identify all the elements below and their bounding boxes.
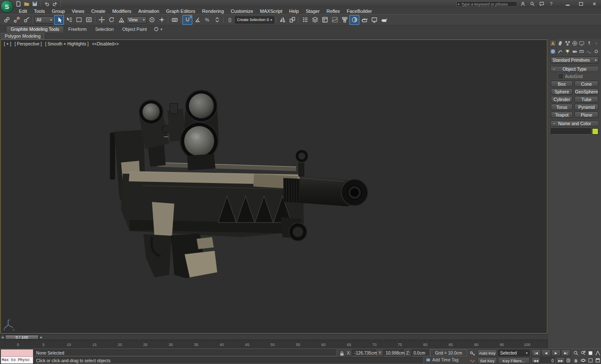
- object-name-input[interactable]: [551, 128, 591, 135]
- maximize-button[interactable]: [574, 0, 588, 8]
- lights-category-button[interactable]: [564, 48, 571, 55]
- spinner-snap-toggle[interactable]: [212, 15, 222, 25]
- listener-field[interactable]: Max to Physc: [1, 357, 33, 364]
- time-slider-handle[interactable]: 0 / 100: [5, 335, 39, 340]
- current-frame-field[interactable]: 0: [540, 357, 556, 364]
- zoom-extents-button[interactable]: [587, 349, 594, 356]
- search-arrow-icon[interactable]: ▸: [458, 2, 460, 6]
- motion-tab[interactable]: [571, 40, 578, 47]
- toggle-scene-explorer-button[interactable]: [300, 15, 310, 25]
- play-button[interactable]: ▶: [551, 349, 561, 356]
- select-by-name-button[interactable]: [64, 15, 74, 25]
- mirror-button[interactable]: [277, 15, 287, 25]
- modify-tab[interactable]: [557, 40, 564, 47]
- macro-recorder-field[interactable]: [1, 349, 33, 357]
- pan-button[interactable]: [572, 357, 579, 364]
- zoom-all-button[interactable]: [580, 349, 586, 356]
- menu-item[interactable]: Edit: [15, 9, 30, 14]
- select-and-rotate-button[interactable]: [106, 15, 116, 25]
- hierarchy-tab[interactable]: [564, 40, 571, 47]
- curve-editor-button[interactable]: [330, 15, 340, 25]
- window-crossing-toggle[interactable]: [84, 15, 94, 25]
- open-file-button[interactable]: [23, 0, 30, 7]
- toggle-ribbon-button[interactable]: [320, 15, 330, 25]
- viewport-menu-general[interactable]: [ + ]: [4, 42, 11, 46]
- polygon-modeling-panel-tab[interactable]: Polygon Modeling: [1, 33, 44, 39]
- menu-item[interactable]: Stager: [302, 9, 323, 14]
- time-slider-next-button[interactable]: ▸: [39, 335, 43, 340]
- next-key-button[interactable]: ▶▶: [556, 357, 565, 364]
- render-production-button[interactable]: [379, 15, 389, 25]
- go-to-end-button[interactable]: ▶|: [561, 349, 571, 356]
- toggle-layer-explorer-button[interactable]: [310, 15, 320, 25]
- menu-item[interactable]: Rendering: [199, 9, 228, 14]
- time-slider-prev-button[interactable]: ◂: [0, 335, 5, 340]
- render-setup-button[interactable]: [359, 15, 369, 25]
- key-selection-dropdown[interactable]: Selected▾: [498, 349, 530, 356]
- display-tab[interactable]: [578, 40, 585, 47]
- object-type-button[interactable]: Cone: [574, 81, 598, 87]
- reference-coordinate-dropdown[interactable]: View▾: [126, 16, 147, 24]
- viewport-menu-pov[interactable]: [ Perspective ]: [15, 42, 42, 46]
- systems-category-button[interactable]: [593, 48, 600, 55]
- object-type-button[interactable]: Plane: [574, 111, 598, 118]
- key-filters-button[interactable]: Key Filters...: [498, 357, 530, 364]
- schematic-view-button[interactable]: [340, 15, 349, 25]
- spacewarps-category-button[interactable]: [586, 48, 592, 55]
- selection-filter-dropdown[interactable]: All▾: [34, 16, 54, 24]
- search-icon[interactable]: [528, 1, 536, 7]
- z-coordinate-field[interactable]: 0.0cm: [411, 349, 430, 356]
- name-color-rollout-header[interactable]: − Name and Color: [550, 120, 599, 126]
- field-of-view-button[interactable]: [594, 349, 601, 356]
- edit-named-selection-sets-button[interactable]: {}: [225, 15, 235, 25]
- ribbon-options-icon[interactable]: [154, 27, 159, 32]
- menu-item[interactable]: Group: [49, 9, 69, 14]
- utilities-tab[interactable]: [586, 40, 592, 47]
- zoom-button[interactable]: [572, 349, 579, 356]
- app-logo-menu[interactable]: S: [1, 0, 13, 12]
- keyboard-shortcut-override-toggle[interactable]: [170, 15, 179, 25]
- use-pivot-center-button[interactable]: [147, 15, 157, 25]
- select-and-manipulate-button[interactable]: [157, 15, 167, 25]
- object-type-button[interactable]: Cylinder: [551, 96, 573, 102]
- menu-item[interactable]: Graph Editors: [163, 9, 199, 14]
- select-and-move-button[interactable]: [97, 15, 106, 25]
- cameras-category-button[interactable]: [571, 48, 578, 55]
- orbit-button[interactable]: [580, 357, 586, 364]
- snap-toggle-3d[interactable]: 3: [182, 15, 192, 25]
- panel-overflow-arrow-icon[interactable]: ›: [593, 40, 600, 47]
- perspective-viewport[interactable]: [ + ] [ Perspective ] [ Smooth + Highlig…: [0, 39, 547, 334]
- time-configuration-button[interactable]: [565, 357, 571, 364]
- zoom-region-button[interactable]: [587, 357, 594, 364]
- ribbon-tab-object-paint[interactable]: Object Paint: [118, 26, 151, 33]
- previous-frame-button[interactable]: ◀: [541, 349, 551, 356]
- rendered-frame-window-button[interactable]: [369, 15, 379, 25]
- ribbon-tab-graphite[interactable]: Graphite Modeling Tools: [6, 26, 64, 33]
- named-selection-sets-dropdown[interactable]: Create Selection Set▾: [235, 16, 274, 24]
- sign-in-icon[interactable]: [519, 1, 527, 7]
- search-box[interactable]: ▸ Type a keyword or phrase: [456, 1, 517, 7]
- y-coordinate-field[interactable]: 10.998cm: [383, 349, 405, 356]
- time-slider[interactable]: ◂ 0 / 100 ▸: [0, 334, 548, 340]
- go-to-start-button[interactable]: |◀: [531, 349, 541, 356]
- object-type-button[interactable]: GeoSphere: [574, 88, 598, 95]
- selection-lock-toggle[interactable]: [339, 350, 345, 358]
- primitives-category-dropdown[interactable]: Standard Primitives▾: [550, 57, 599, 63]
- select-object-button[interactable]: [54, 15, 64, 25]
- create-tab[interactable]: [549, 40, 556, 47]
- redo-button[interactable]: [51, 0, 58, 7]
- ribbon-tab-freeform[interactable]: Freeform: [64, 26, 91, 33]
- rectangular-selection-region-button[interactable]: [74, 15, 84, 25]
- help-icon[interactable]: ?: [547, 1, 555, 7]
- object-type-button[interactable]: Teapot: [551, 111, 573, 118]
- object-color-swatch[interactable]: [592, 128, 598, 135]
- minimize-button[interactable]: [561, 0, 574, 8]
- helpers-category-button[interactable]: [578, 48, 585, 55]
- percent-snap-toggle[interactable]: %: [202, 15, 212, 25]
- feedback-icon[interactable]: [538, 1, 546, 7]
- undo-button[interactable]: [43, 0, 50, 7]
- bind-to-spacewarp-button[interactable]: [21, 15, 31, 25]
- select-and-scale-button[interactable]: [116, 15, 126, 25]
- material-editor-button[interactable]: [349, 15, 359, 25]
- menu-item[interactable]: Tools: [30, 9, 49, 14]
